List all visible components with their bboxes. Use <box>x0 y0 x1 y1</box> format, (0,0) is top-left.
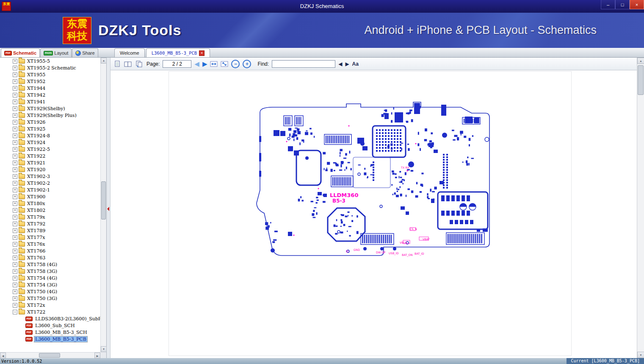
expand-icon[interactable]: + <box>13 303 17 308</box>
expand-icon[interactable]: + <box>13 93 17 97</box>
expand-icon[interactable]: + <box>13 147 17 152</box>
expand-icon[interactable]: + <box>13 249 17 253</box>
expand-icon[interactable]: + <box>13 106 17 111</box>
tree-item[interactable]: +XT1922 <box>0 153 100 159</box>
tree-item[interactable]: +XT1955-2 Schematic <box>0 64 100 71</box>
tree-file-item[interactable]: PDFL3600_MB_B5-3_PCB <box>0 336 100 342</box>
tree-item[interactable]: +XT1924-8 <box>0 132 100 139</box>
expand-icon[interactable]: + <box>13 283 17 287</box>
expand-icon[interactable]: + <box>13 215 17 220</box>
find-input[interactable] <box>272 60 335 68</box>
fit-page-icon[interactable] <box>221 61 228 67</box>
tree-item[interactable]: +XT1944 <box>0 85 100 92</box>
tree-item[interactable]: +XT1902-3 <box>0 173 100 180</box>
tree-item[interactable]: +XT176x <box>0 241 100 247</box>
expand-icon[interactable]: + <box>13 140 17 145</box>
expand-icon[interactable]: + <box>13 113 17 118</box>
tab-schematic[interactable]: PDF Schematic <box>1 48 40 57</box>
doc-scroll-up-icon[interactable]: ▲ <box>637 58 644 64</box>
collapse-icon[interactable]: − <box>13 310 17 314</box>
expand-icon[interactable]: + <box>13 167 17 172</box>
tree-item[interactable]: +XT1924 <box>0 139 100 146</box>
tree-item[interactable]: +XT1942 <box>0 92 100 98</box>
tree-item[interactable]: +XT1922-5 <box>0 146 100 153</box>
tree-file-item[interactable]: PDFL3600_MB_B5-3_SCH <box>0 329 100 336</box>
tree-item[interactable]: +XT179x <box>0 214 100 220</box>
facing-pages-icon[interactable] <box>124 60 132 68</box>
scroll-right-icon[interactable]: ▶ <box>94 353 100 358</box>
expand-icon[interactable]: + <box>13 133 17 138</box>
tree-item[interactable]: +XT1925 <box>0 125 100 132</box>
tree-item[interactable]: +XT1750 (3G) <box>0 295 100 302</box>
expand-icon[interactable]: + <box>13 188 17 192</box>
expand-icon[interactable]: + <box>13 276 17 281</box>
sidebar-vertical-scrollbar[interactable]: ▲ ▼ <box>100 58 106 352</box>
sidebar-vscroll-thumb[interactable] <box>101 181 106 220</box>
tree-item[interactable]: +XT1763 <box>0 254 100 261</box>
tree-item[interactable]: +XT1955-5 <box>0 58 100 64</box>
tree-item[interactable]: +XT1926 <box>0 119 100 125</box>
expand-icon[interactable]: + <box>13 100 17 104</box>
titlebar[interactable]: 东震 DZKJ Schematics – □ × <box>0 0 644 13</box>
page-number-input[interactable] <box>163 60 191 68</box>
tree-item[interactable]: +XT1952 <box>0 78 100 85</box>
tree-item[interactable]: −XT1722 <box>0 308 100 315</box>
tree-item[interactable]: +XT1758 (4G) <box>0 261 100 268</box>
zoom-out-icon[interactable]: − <box>231 60 240 68</box>
tree-item[interactable]: +XT180x <box>0 200 100 207</box>
expand-icon[interactable]: + <box>13 269 17 274</box>
tab-close-icon[interactable]: × <box>199 50 205 56</box>
zoom-in-icon[interactable]: + <box>243 60 251 68</box>
document-viewport[interactable]: LLDM360 B5-3 TX RX CS_N VBAT VBUS GND DW… <box>111 70 637 358</box>
tree-item[interactable]: +XT1758 (3G) <box>0 268 100 275</box>
expand-icon[interactable]: + <box>13 242 17 247</box>
next-page-icon[interactable]: ▶ <box>202 61 207 67</box>
tree-item[interactable]: +XT177x <box>0 234 100 241</box>
expand-icon[interactable]: + <box>13 86 17 91</box>
maximize-button[interactable]: □ <box>615 0 630 9</box>
tree-item[interactable]: +XT1902-2 <box>0 180 100 186</box>
continuous-pages-icon[interactable] <box>135 60 144 68</box>
expand-icon[interactable]: + <box>13 235 17 240</box>
minimize-button[interactable]: – <box>601 0 615 9</box>
expand-icon[interactable]: + <box>13 296 17 301</box>
expand-icon[interactable]: + <box>13 154 17 158</box>
tree-item[interactable]: +XT1955 <box>0 71 100 78</box>
expand-icon[interactable]: + <box>13 208 17 213</box>
close-button[interactable]: × <box>630 0 644 9</box>
tree-item[interactable]: +XT1941 <box>0 98 100 105</box>
expand-icon[interactable]: + <box>13 262 17 267</box>
expand-icon[interactable]: + <box>13 181 17 186</box>
match-case-icon[interactable]: Aa <box>352 61 359 67</box>
splitter-collapse-icon[interactable] <box>107 207 109 211</box>
tree-item[interactable]: +XT1921 <box>0 159 100 166</box>
fit-width-icon[interactable] <box>210 61 218 67</box>
doc-scroll-down-icon[interactable]: ▼ <box>637 352 644 358</box>
expand-icon[interactable]: + <box>13 228 17 233</box>
find-previous-icon[interactable]: ◀ <box>338 61 342 67</box>
tree-file-item[interactable]: PDFLLDS360B3-2(L3600)_SubPCB <box>0 315 100 322</box>
sidebar-vscroll-track[interactable] <box>101 64 106 346</box>
tree-item[interactable]: +XT1754 (3G) <box>0 281 100 288</box>
expand-icon[interactable]: + <box>13 222 17 226</box>
expand-icon[interactable]: + <box>13 174 17 179</box>
tab-welcome[interactable]: Welcome <box>114 48 145 57</box>
tree-item[interactable]: +XT1802 <box>0 207 100 214</box>
tree-item[interactable]: +XT1754 (4G) <box>0 275 100 281</box>
expand-icon[interactable]: + <box>13 79 17 84</box>
tree-item[interactable]: +XT1750 (4G) <box>0 288 100 295</box>
tab-share[interactable]: Share <box>72 48 98 57</box>
expand-icon[interactable]: + <box>13 201 17 206</box>
tree-file-item[interactable]: PDFL3600_Sub_SCH <box>0 322 100 329</box>
tree-item[interactable]: +XT1789 <box>0 227 100 234</box>
find-next-icon[interactable]: ▶ <box>345 61 349 67</box>
expand-icon[interactable]: + <box>13 289 17 294</box>
sidebar-splitter[interactable] <box>107 58 111 358</box>
doc-vscroll-thumb[interactable] <box>638 65 644 95</box>
document-vertical-scrollbar[interactable]: ▲ ▼ <box>637 58 644 358</box>
expand-icon[interactable]: + <box>13 59 17 64</box>
expand-icon[interactable]: + <box>13 127 17 131</box>
tab-document-active[interactable]: L3600_MB_B5-3_PCB × <box>146 48 210 57</box>
tree-item[interactable]: +XT1929(Shelby Plus) <box>0 112 100 119</box>
expand-icon[interactable]: + <box>13 66 17 70</box>
